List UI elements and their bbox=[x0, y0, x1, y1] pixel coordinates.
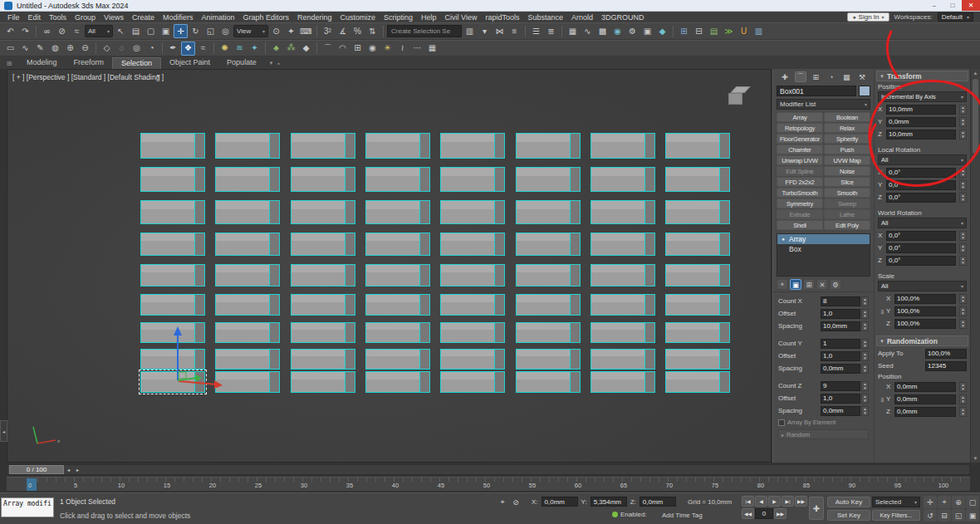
array-box-r4-c5[interactable] bbox=[516, 264, 581, 286]
array-box-r2-c5[interactable] bbox=[516, 200, 581, 224]
spinner-control[interactable]: ▴▾ bbox=[959, 105, 967, 115]
key-selection-set-dropdown[interactable]: Selected ▾ bbox=[872, 497, 920, 507]
configure-modifier-sets-icon[interactable]: ⚙ bbox=[830, 279, 841, 290]
array-box-r7-c3[interactable] bbox=[365, 349, 430, 370]
param-field-spacing[interactable]: 10,0mm bbox=[821, 321, 860, 331]
key-filters-button[interactable]: Key Filters... bbox=[872, 510, 920, 521]
zoom-extents-icon[interactable]: ⊕ bbox=[952, 496, 965, 508]
select-by-name-icon[interactable]: ▤ bbox=[129, 24, 143, 38]
mirror-icon[interactable]: ⋈ bbox=[492, 24, 507, 38]
conform-brush-icon[interactable]: ❖ bbox=[181, 42, 195, 56]
menu-scripting[interactable]: Scripting bbox=[380, 13, 417, 22]
menu-arnold[interactable]: Arnold bbox=[567, 13, 597, 22]
undo-icon[interactable]: ↶ bbox=[3, 24, 17, 38]
modifier-button-smooth[interactable]: Smooth bbox=[824, 188, 870, 198]
spinner-control[interactable]: ▴▾ bbox=[959, 130, 967, 140]
show-end-result-icon[interactable]: ▣ bbox=[790, 279, 801, 290]
menu-substance[interactable]: Substance bbox=[523, 13, 567, 22]
link-axes-icon[interactable]: ∞ bbox=[874, 308, 901, 316]
modifier-list-dropdown[interactable]: Modifier List ▾ bbox=[777, 99, 870, 110]
array-box-r7-c0[interactable] bbox=[140, 349, 205, 370]
select-and-place-icon[interactable]: ◎ bbox=[218, 24, 233, 38]
ribbon-tab-object-paint[interactable]: Object Paint bbox=[161, 57, 218, 69]
populate-idle-icon[interactable]: ≋ bbox=[233, 42, 247, 56]
array-box-r7-c5[interactable] bbox=[516, 349, 581, 370]
ribbon-tab-populate[interactable]: Populate bbox=[218, 57, 265, 69]
array-box-r6-c5[interactable] bbox=[516, 322, 581, 343]
modifier-button-push[interactable]: Push bbox=[824, 144, 870, 154]
axis-field-y[interactable]: 0,0mm bbox=[894, 394, 956, 404]
spinner-control[interactable]: ▴▾ bbox=[959, 193, 967, 203]
spinner-control[interactable]: ▴▾ bbox=[959, 306, 967, 316]
edit-named-selections-icon[interactable]: ▥ bbox=[463, 24, 477, 38]
viewport-filter-icon[interactable]: ▼ bbox=[155, 73, 161, 79]
make-unique-icon[interactable]: ⊞ bbox=[803, 279, 815, 290]
array-box-r3-c5[interactable] bbox=[516, 233, 581, 256]
grid-helper-icon[interactable]: ⊞ bbox=[350, 42, 365, 56]
spinner-control[interactable]: ▴▾ bbox=[861, 351, 869, 361]
percent-snap-icon[interactable]: % bbox=[350, 24, 365, 38]
array-box-r7-c1[interactable] bbox=[215, 349, 280, 370]
axis-field-x[interactable]: 0,0° bbox=[886, 231, 956, 241]
named-selection-field[interactable]: Create Selection Se bbox=[387, 25, 462, 37]
ribbon-minimize-icon[interactable]: ▾ bbox=[270, 60, 273, 69]
array-box-r0-c7[interactable] bbox=[665, 133, 730, 159]
scroll-up-icon[interactable]: ▲ bbox=[971, 69, 980, 77]
array-box-r5-c7[interactable] bbox=[665, 294, 730, 316]
soft-selection-icon[interactable]: ◍ bbox=[48, 42, 62, 56]
axis-field-z[interactable]: 0,0° bbox=[886, 193, 956, 203]
checkbox-icon[interactable] bbox=[778, 419, 785, 426]
axis-field-x[interactable]: 100,0% bbox=[894, 294, 956, 304]
panel-scrollbar[interactable]: ▲ ▼ bbox=[970, 69, 980, 463]
pan-view-icon[interactable]: ✛ bbox=[924, 496, 937, 508]
selection-filter-dropdown[interactable]: All▾ bbox=[85, 25, 113, 37]
sign-in-button[interactable]: ● Sign In ▾ bbox=[847, 12, 889, 22]
array-box-r0-c1[interactable] bbox=[215, 133, 280, 159]
unlink-selection-icon[interactable]: ⊘ bbox=[55, 24, 69, 38]
sweep-profile-icon[interactable]: ≀ bbox=[395, 42, 409, 56]
spinner-control[interactable]: ▴▾ bbox=[861, 364, 869, 374]
shrink-selection-icon[interactable]: ⊖ bbox=[78, 42, 92, 56]
ribbon-tab-modeling[interactable]: Modeling bbox=[18, 57, 66, 69]
array-box-r1-c1[interactable] bbox=[215, 167, 280, 192]
array-box-r5-c0[interactable] bbox=[140, 294, 205, 316]
scrollbar-thumb[interactable] bbox=[973, 79, 978, 154]
array-box-r6-c6[interactable] bbox=[590, 322, 655, 343]
array-box-r5-c1[interactable] bbox=[215, 294, 280, 316]
axis-field-y[interactable]: 0,0mm bbox=[886, 117, 956, 127]
array-box-r2-c1[interactable] bbox=[215, 200, 280, 224]
rapid-tools-chevrons-icon[interactable]: ≫ bbox=[722, 24, 736, 38]
array-box-r4-c0[interactable] bbox=[140, 264, 205, 286]
zoom-region-icon[interactable]: ⊟ bbox=[938, 509, 951, 522]
array-box-r8-c5[interactable] bbox=[516, 371, 581, 393]
array-box-r5-c6[interactable] bbox=[590, 294, 655, 316]
paint-deform-icon[interactable]: ✒ bbox=[166, 42, 180, 56]
light-create-icon[interactable]: ☀ bbox=[380, 42, 394, 56]
hierarchy-tab[interactable]: ⊞ bbox=[810, 71, 821, 82]
bind-to-space-warp-icon[interactable]: ≈ bbox=[70, 24, 84, 38]
array-box-r0-c4[interactable] bbox=[440, 133, 505, 159]
spinner-control[interactable]: ▴▾ bbox=[861, 406, 869, 416]
axis-field-y[interactable]: 0,0° bbox=[886, 243, 956, 253]
array-box-r1-c6[interactable] bbox=[590, 167, 655, 192]
manage-layers-icon[interactable]: ≣ bbox=[544, 24, 558, 38]
populate-actor-icon[interactable]: ✦ bbox=[247, 42, 262, 56]
ribbon-toggle-icon[interactable]: ▦ bbox=[566, 24, 580, 38]
param-field-count-z[interactable]: 9 bbox=[821, 381, 860, 391]
spinner-control[interactable]: ▴▾ bbox=[861, 381, 869, 391]
modifier-button-boolean[interactable]: Boolean bbox=[824, 112, 870, 122]
array-box-r5-c5[interactable] bbox=[516, 294, 581, 316]
ribbon-grip-icon[interactable]: ⊞ bbox=[0, 60, 18, 69]
substance-icon[interactable]: U bbox=[737, 24, 751, 38]
scene-explorer-collapsed-tab[interactable]: ◂ bbox=[0, 420, 7, 442]
array-box-r5-c2[interactable] bbox=[291, 294, 355, 316]
time-slider-handle[interactable]: 0 / 100 bbox=[9, 465, 64, 474]
auto-key-button[interactable]: Auto Key bbox=[827, 497, 870, 507]
array-box-r7-c6[interactable] bbox=[590, 349, 655, 370]
modifier-button-symmetry[interactable]: Symmetry bbox=[777, 198, 823, 208]
array-box-r8-c3[interactable] bbox=[365, 371, 430, 393]
dropdown-scale[interactable]: All▾ bbox=[878, 281, 967, 291]
select-and-move-icon[interactable]: ✛ bbox=[174, 24, 188, 38]
array-box-r3-c1[interactable] bbox=[215, 233, 280, 256]
toggle-scene-explorer-icon[interactable]: ☰ bbox=[529, 24, 543, 38]
